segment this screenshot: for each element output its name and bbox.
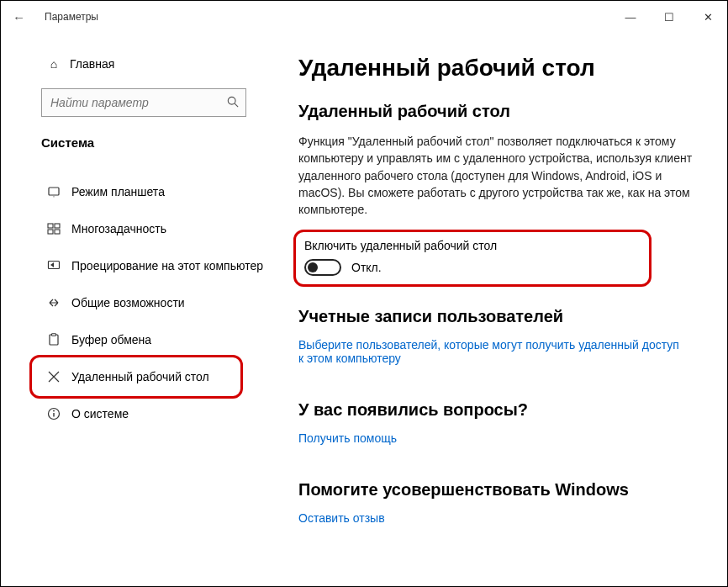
minimize-button[interactable]: — (611, 1, 650, 33)
multitask-icon (46, 222, 61, 235)
toggle-row: Откл. (304, 259, 637, 276)
sidebar-item-label: Буфер обмена (71, 333, 151, 346)
sidebar-item-about[interactable]: О системе (1, 395, 278, 432)
sidebar-item-remote[interactable]: Удаленный рабочий стол (1, 358, 278, 395)
sidebar-item-clipboard[interactable]: Буфер обмена (1, 321, 278, 358)
section-improve-title: Помогите усовершенствовать Windows (298, 480, 702, 500)
svg-rect-6 (48, 230, 53, 234)
home-icon: ⌂ (46, 57, 61, 71)
sidebar: ⌂ Главная Система Режим планшета (1, 33, 278, 586)
svg-point-0 (228, 97, 235, 104)
sidebar-item-label: Проецирование на этот компьютер (71, 259, 263, 272)
content: Удаленный рабочий стол Удаленный рабочий… (278, 33, 727, 586)
body: ⌂ Главная Система Режим планшета (1, 33, 727, 586)
sidebar-item-label: Режим планшета (71, 185, 165, 198)
svg-rect-2 (49, 188, 59, 195)
sidebar-item-shared[interactable]: Общие возможности (1, 284, 278, 321)
section-accounts-title: Учетные записи пользователей (298, 307, 702, 326)
sidebar-item-multitask[interactable]: Многозадачность (1, 210, 278, 247)
window-title: Параметры (45, 11, 98, 23)
section-questions-title: У вас появились вопросы? (298, 400, 702, 420)
toggle-label: Включить удаленный рабочий стол (304, 239, 637, 252)
remote-icon (46, 370, 61, 383)
titlebar: ← Параметры — ☐ ✕ (1, 1, 727, 33)
back-icon[interactable]: ← (13, 10, 29, 24)
home-link[interactable]: ⌂ Главная (1, 50, 278, 78)
sidebar-item-label: О системе (71, 407, 129, 420)
sidebar-item-project[interactable]: Проецирование на этот компьютер (1, 247, 278, 284)
search-input[interactable] (50, 96, 227, 109)
remote-toggle[interactable] (304, 259, 341, 276)
remote-description: Функция "Удаленный рабочий стол" позволя… (298, 133, 694, 218)
page-title: Удаленный рабочий стол (298, 55, 702, 82)
remote-toggle-block: Включить удаленный рабочий стол Откл. (293, 230, 652, 287)
section-title: Система (41, 135, 278, 150)
search-box[interactable] (41, 88, 246, 117)
maximize-button[interactable]: ☐ (650, 1, 688, 33)
sidebar-item-label: Общие возможности (71, 296, 185, 309)
spacer (298, 382, 702, 394)
svg-point-13 (53, 410, 55, 412)
sidebar-item-label: Удаленный рабочий стол (71, 370, 209, 383)
close-button[interactable]: ✕ (688, 1, 727, 33)
sidebar-item-label: Многозадачность (71, 222, 166, 235)
get-help-link[interactable]: Получить помощь (298, 431, 397, 445)
toggle-state: Откл. (351, 261, 382, 274)
section-remote-title: Удаленный рабочий стол (298, 102, 702, 121)
project-icon (46, 259, 61, 272)
feedback-link[interactable]: Оставить отзыв (298, 511, 385, 525)
nav-list: Режим планшета Многозадачность Проециров… (1, 173, 278, 432)
spacer (298, 462, 702, 473)
tablet-icon (46, 185, 61, 198)
shared-icon (46, 296, 61, 309)
svg-rect-7 (55, 230, 60, 234)
svg-rect-4 (48, 224, 53, 228)
select-users-link[interactable]: Выберите пользователей, которые могут по… (298, 338, 685, 365)
search-icon (227, 96, 239, 110)
about-icon (46, 407, 61, 420)
home-label: Главная (70, 57, 114, 71)
svg-point-3 (53, 196, 54, 197)
window-controls: — ☐ ✕ (611, 1, 727, 33)
svg-line-1 (235, 103, 238, 107)
sidebar-item-tablet[interactable]: Режим планшета (1, 173, 278, 210)
svg-rect-10 (52, 334, 56, 336)
clipboard-icon (46, 333, 61, 346)
svg-rect-5 (55, 224, 60, 228)
settings-window: ← Параметры — ☐ ✕ ⌂ Главная Система (1, 1, 727, 586)
